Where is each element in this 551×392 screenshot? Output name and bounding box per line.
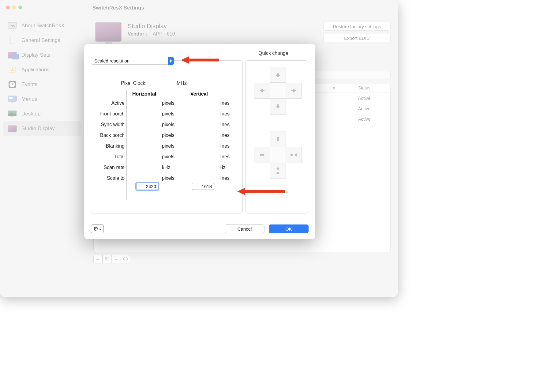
stretch-h-button[interactable]: [254, 147, 270, 163]
remove-button[interactable]: －: [112, 255, 121, 263]
sidebar-item-applications[interactable]: A Applications: [3, 62, 81, 77]
sidebar-item-label: General Settings: [21, 37, 60, 43]
chevron-updown-icon: ▲▼: [168, 57, 174, 65]
horizontal-header: Horizontal: [132, 91, 156, 97]
cancel-button[interactable]: Cancel: [225, 224, 264, 233]
gauge-icon: [7, 21, 17, 30]
sidebar-item-label: Applications: [21, 67, 50, 73]
shrink-h-button[interactable]: [286, 147, 302, 163]
sidebar-item-label: Studio Display: [21, 126, 55, 132]
displays-icon: [7, 51, 17, 59]
monitor-icon: [7, 124, 17, 133]
dpad-center: [270, 83, 286, 99]
sidebar-item-desktop[interactable]: Desktop: [3, 107, 81, 121]
pixel-clock-label: Pixel Clock:: [121, 81, 147, 86]
zoom-icon[interactable]: [18, 6, 22, 9]
svg-rect-2: [10, 37, 14, 44]
sidebar-item-menus[interactable]: Menus: [3, 92, 81, 107]
svg-text:A: A: [11, 67, 14, 72]
display-name: Studio Display: [128, 23, 167, 30]
svg-rect-15: [106, 258, 109, 261]
vertical-header: Vertical: [190, 91, 208, 97]
svg-rect-11: [11, 101, 13, 103]
sidebar-item-general[interactable]: General Settings: [3, 33, 81, 48]
h-units: pixelspixelspixelspixelspixelspixelskHzp…: [162, 100, 186, 181]
export-edid-button[interactable]: Export EDID: [323, 34, 391, 42]
display-thumbnail-icon: [95, 22, 122, 42]
clock-icon: [7, 80, 17, 89]
scale-horizontal-input[interactable]: [136, 183, 158, 190]
sidebar-item-label: Menus: [21, 96, 37, 102]
move-left-button[interactable]: [254, 83, 270, 99]
table-toolbar: ＋ －: [93, 255, 391, 263]
size-dpad: [253, 131, 302, 180]
quick-change-title: Quick change: [258, 51, 288, 56]
resolution-editor-modal: Scaled resolution ▲▼ Pixel Clock: MHz Ho…: [84, 44, 315, 239]
dpad-center: [270, 147, 286, 163]
more-button[interactable]: [121, 255, 130, 263]
move-up-button[interactable]: [270, 67, 286, 83]
ok-button[interactable]: OK: [269, 224, 309, 233]
sidebar-item-events[interactable]: Events: [3, 77, 81, 92]
monitor-icon: [7, 95, 17, 104]
scale-vertical-input[interactable]: [192, 183, 214, 190]
sidebar-item-studio-display[interactable]: Studio Display: [3, 121, 81, 136]
sidebar-item-label: Events: [21, 81, 37, 88]
minimize-icon[interactable]: [12, 6, 16, 9]
close-icon[interactable]: [6, 6, 10, 9]
traffic-lights: [6, 6, 22, 9]
svg-point-18: [125, 259, 126, 259]
app-title: SwitchResX Settings: [92, 5, 144, 11]
move-down-button[interactable]: [270, 99, 286, 115]
svg-line-29: [97, 227, 97, 228]
col-status: Status: [338, 84, 390, 92]
quick-change-panel: [245, 60, 308, 213]
gear-icon: [93, 226, 98, 231]
svg-line-28: [94, 230, 95, 231]
titlebar: SwitchResX Settings: [0, 0, 398, 16]
pixel-clock-unit: MHz: [177, 81, 187, 86]
move-right-button[interactable]: [286, 83, 302, 99]
svg-rect-10: [9, 97, 13, 99]
shrink-v-button[interactable]: [270, 163, 286, 179]
svg-point-17: [124, 259, 125, 259]
gear-dropdown-button[interactable]: ⌄: [91, 224, 104, 233]
svg-point-21: [95, 228, 96, 229]
svg-point-19: [126, 259, 127, 259]
position-dpad: [253, 67, 302, 116]
duplicate-button[interactable]: [103, 255, 112, 263]
resolution-type-dropdown[interactable]: Scaled resolution ▲▼: [91, 57, 174, 65]
v-units: lineslineslineslineslineslinesHzlines: [219, 100, 244, 181]
svg-line-26: [94, 227, 95, 228]
sidebar-item-display-sets[interactable]: Display Sets: [3, 48, 81, 62]
chevron-down-icon: ⌄: [99, 227, 102, 231]
desktop-icon: [7, 110, 17, 118]
svg-line-27: [97, 230, 97, 231]
apps-icon: A: [7, 66, 17, 74]
sidebar-item-label: Desktop: [21, 111, 40, 117]
sidebar-item-about[interactable]: About SwitchResX: [3, 18, 81, 33]
sidebar: About SwitchResX General Settings Displa…: [0, 16, 84, 297]
sidebar-item-label: Display Sets: [21, 52, 50, 58]
svg-rect-13: [11, 116, 13, 117]
vendor-label: Vendor :: [128, 31, 147, 37]
dropdown-value: Scaled resolution: [94, 58, 129, 63]
restore-factory-button[interactable]: Restore factory settings: [323, 22, 391, 31]
sidebar-item-label: About SwitchResX: [21, 23, 65, 29]
vendor-value: APP - 610: [153, 31, 175, 37]
add-button[interactable]: ＋: [93, 255, 103, 263]
phone-icon: [7, 36, 17, 45]
stretch-v-button[interactable]: [270, 131, 286, 147]
row-labels: ActiveFront porchSync widthBack porchBla…: [91, 100, 125, 181]
